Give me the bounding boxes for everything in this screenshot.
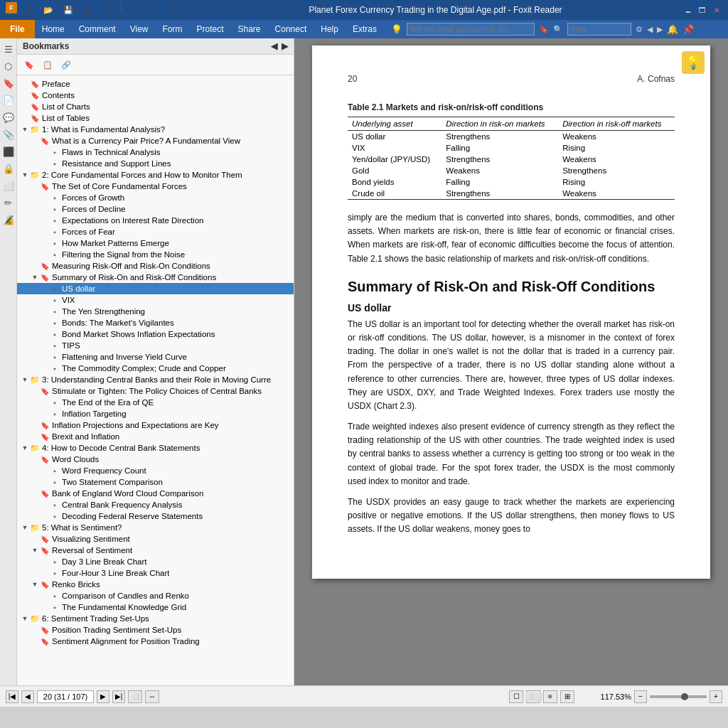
tree-item[interactable]: 🔖Inflation Projections and Expectations …	[17, 419, 294, 431]
tree-item[interactable]: ▪TIPS	[17, 340, 294, 351]
two-scroll-btn[interactable]: ⊞	[560, 690, 574, 703]
tree-expander[interactable]	[40, 238, 50, 248]
tree-expander[interactable]	[40, 147, 50, 157]
tree-item[interactable]: ▪Expectations on Interest Rate Direction	[17, 215, 294, 226]
menu-view[interactable]: View	[123, 20, 156, 38]
settings-btn[interactable]: ⚙	[166, 2, 183, 18]
menu-share[interactable]: Share	[231, 20, 268, 38]
security-icon[interactable]: 🔒	[1, 161, 16, 176]
tree-item[interactable]: ▪VIX	[17, 294, 294, 306]
tree-item[interactable]: 🔖Word Clouds	[17, 454, 294, 465]
tree-item[interactable]: ▪Forces of Growth	[17, 192, 294, 203]
menu-extras[interactable]: Extras	[346, 20, 384, 38]
tree-expander[interactable]	[40, 193, 50, 203]
tree-expander[interactable]	[40, 295, 50, 305]
tree-expander[interactable]	[40, 466, 50, 476]
tree-expander[interactable]	[40, 352, 50, 362]
tree-item[interactable]: 🔖Bank of England Word Cloud Comparison	[17, 488, 294, 499]
form-fields-icon[interactable]: ⬜	[1, 178, 16, 193]
tree-expander[interactable]	[40, 250, 50, 259]
bookmark-panel-icon[interactable]: 🔖	[1, 75, 16, 91]
tree-expander[interactable]	[40, 409, 50, 419]
pdf-viewer[interactable]: 💡 20 A. Cofnas Table 2.1 Markets and ris…	[294, 38, 728, 685]
tree-item[interactable]: 🔖Brexit and Inflation	[17, 431, 294, 442]
tree-expander[interactable]	[30, 432, 40, 441]
tree-expander[interactable]	[40, 306, 50, 316]
menu-help[interactable]: Help	[314, 20, 346, 38]
tree-expander[interactable]: ▼	[30, 272, 40, 282]
tree-expander[interactable]: ▼	[20, 375, 30, 385]
bk-toolbar-btn2[interactable]: 📋	[40, 57, 55, 73]
tree-item[interactable]: ▪Comparison of Candles and Renko	[17, 590, 294, 601]
tree-expander[interactable]	[40, 568, 50, 578]
tree-item[interactable]: 🔖The Set of Core Fundamental Forces	[17, 181, 294, 192]
tree-item[interactable]: 🔖Measuring Risk-Off and Risk-On Conditio…	[17, 260, 294, 272]
tree-expander[interactable]	[40, 159, 50, 168]
tree-expander[interactable]	[30, 261, 40, 271]
tree-item[interactable]: 🔖Stimulate or Tighten: The Policy Choice…	[17, 385, 294, 397]
minimize-btn[interactable]: 🗕	[682, 5, 694, 15]
close-btn[interactable]: ✕	[711, 5, 722, 15]
tree-item[interactable]: ▪How Market Patterns Emerge	[17, 237, 294, 249]
tree-item[interactable]: 🔖List of Charts	[17, 101, 294, 112]
tree-item[interactable]: 🔖Visualizing Sentiment	[17, 533, 294, 545]
tree-item[interactable]: 🔖List of Tables	[17, 112, 294, 124]
tree-expander[interactable]	[20, 113, 30, 123]
tree-item[interactable]: ▪Resistance and Support Lines	[17, 158, 294, 169]
tree-expander[interactable]	[40, 284, 50, 294]
redo-btn[interactable]: ↪	[146, 2, 163, 18]
tree-expander[interactable]	[40, 500, 50, 510]
new-btn[interactable]: 🗋	[20, 2, 37, 18]
tree-expander[interactable]	[30, 534, 40, 544]
tree-item[interactable]: ▪Four-Hour 3 Line Break Chart	[17, 567, 294, 579]
tree-expander[interactable]	[30, 636, 40, 646]
two-page-btn[interactable]: ⬜⬜	[526, 690, 540, 703]
collapse-btn[interactable]: ◀	[271, 41, 277, 51]
tree-item[interactable]: ▼📁3: Understanding Central Banks and the…	[17, 374, 294, 385]
tree-item[interactable]: ▪The Yen Strengthening	[17, 306, 294, 317]
tree-expander[interactable]: ▼	[20, 443, 30, 453]
tree-expander[interactable]	[20, 102, 30, 112]
tree-expander[interactable]	[40, 591, 50, 601]
next-page-btn[interactable]: ▶	[97, 690, 109, 703]
tree-expander[interactable]	[30, 136, 40, 146]
tree-expander[interactable]	[30, 488, 40, 498]
tree-item[interactable]: ▼🔖Renko Bricks	[17, 579, 294, 590]
tree-item[interactable]: ▪The Commodity Complex; Crude and Copper	[17, 363, 294, 374]
tree-expander[interactable]	[40, 215, 50, 225]
tree-item[interactable]: ▼📁5: What is Sentiment?	[17, 522, 294, 533]
stamp-icon[interactable]: 🔏	[1, 212, 16, 228]
tree-item[interactable]: ▪Forces of Decline	[17, 203, 294, 215]
email-btn[interactable]: ✉	[100, 2, 117, 18]
menu-comment[interactable]: Comment	[72, 20, 123, 38]
bk-toolbar-btn3[interactable]: 🔗	[58, 57, 74, 73]
tree-item[interactable]: ▪Bonds: The Market's Vigilantes	[17, 317, 294, 328]
tree-expander[interactable]	[40, 397, 50, 407]
tree-expander[interactable]	[30, 454, 40, 464]
tree-expander[interactable]	[40, 227, 50, 237]
single-page-btn[interactable]: ☐	[509, 690, 523, 703]
tree-expander[interactable]	[30, 386, 40, 396]
prev-page-btn[interactable]: ◀	[21, 690, 34, 703]
menu-connect[interactable]: Connect	[268, 20, 314, 38]
zoom-out-btn[interactable]: −	[634, 690, 647, 703]
tree-item[interactable]: ▪The End of the Era of QE	[17, 397, 294, 408]
attachment-icon[interactable]: 📎	[1, 127, 16, 142]
layers-icon[interactable]: ⬛	[1, 144, 16, 159]
menu-form[interactable]: Form	[156, 20, 190, 38]
tree-item[interactable]: ▼📁4: How to Decode Central Bank Statemen…	[17, 442, 294, 454]
tree-item[interactable]: ▼📁1: What is Fundamental Analysis?	[17, 124, 294, 135]
scroll-btn[interactable]: ≡	[543, 690, 557, 703]
tree-expander[interactable]	[40, 602, 50, 612]
bk-toolbar-btn1[interactable]: 🔖	[21, 57, 37, 73]
page-panel-icon[interactable]: 📄	[1, 92, 16, 108]
menu-file[interactable]: File	[0, 20, 35, 38]
tree-item[interactable]: 🔖What is a Currency Pair Price? A Fundam…	[17, 135, 294, 146]
tree-item[interactable]: ▪Forces of Fear	[17, 226, 294, 237]
tree-expander[interactable]	[40, 204, 50, 214]
fit-width-btn[interactable]: ↔	[145, 690, 159, 703]
tree-item[interactable]: ▼📁6: Sentiment Trading Set-Ups	[17, 613, 294, 624]
tree-item[interactable]: 🔖Preface	[17, 78, 294, 90]
tree-item[interactable]: ▪Central Bank Frequency Analysis	[17, 499, 294, 510]
tree-expander[interactable]	[40, 477, 50, 487]
